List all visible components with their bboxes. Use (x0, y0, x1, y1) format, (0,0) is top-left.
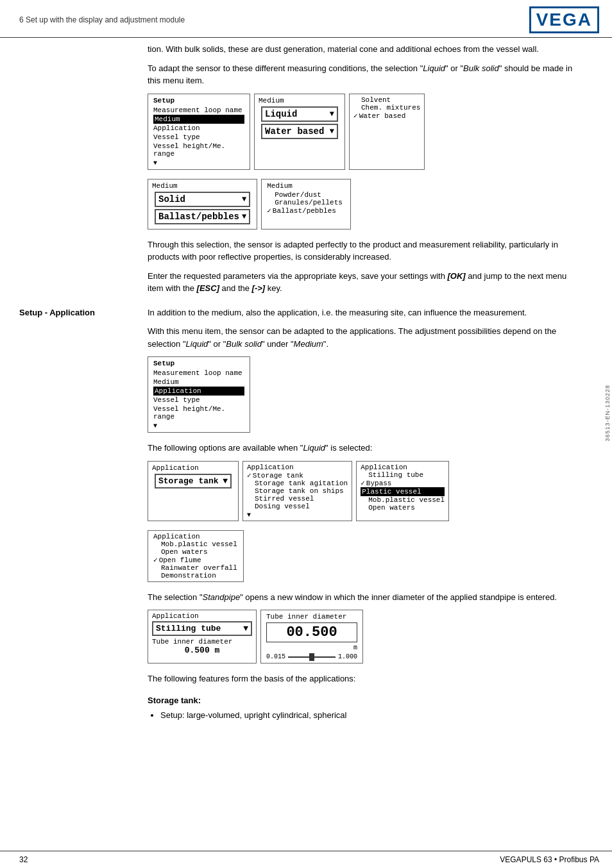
page-number: 32 (19, 855, 28, 864)
standpipe-para: The selection "Standpipe" opens a new wi… (148, 591, 574, 604)
setup-application-label: Setup - Application (19, 306, 141, 317)
storage-tank-heading: Storage tank: (148, 696, 574, 705)
app-item-application: Application (153, 387, 244, 396)
app-list1: Application Storage tank Storage tank ag… (242, 461, 352, 521)
solid-arrow: ▼ (242, 195, 246, 204)
setup-menu-medium: Setup Measurement loop name Medium Appli… (148, 94, 250, 170)
setup-item-measurement: Measurement loop name (153, 106, 244, 115)
tube-slider-row: 0.015 1.000 (266, 653, 357, 660)
powder-item: Powder/dust (267, 191, 345, 199)
app-para1: In addition to the medium, also the appl… (148, 306, 574, 319)
app-dropdown-title1: Application (152, 464, 234, 472)
stilling-diagram: Application Stilling tube ▼ Tube inner d… (148, 610, 574, 664)
stirred-vessel-opt: Stirred vessel (247, 495, 348, 503)
water-based-list: Solvent Chem. mixtures Water based (349, 94, 425, 170)
vega-logo: VEGA (529, 6, 599, 33)
solid-dropdown[interactable]: Solid ▼ (155, 192, 250, 207)
app-list3: Application Mob.plastic vessel Open wate… (148, 530, 244, 582)
app-item-loop: Measurement loop name (153, 369, 244, 378)
liquid-value: Liquid (265, 109, 297, 119)
solid-list: Medium Powder/dust Granules/pellets Ball… (261, 179, 351, 230)
liquid-dropdown[interactable]: Liquid ▼ (261, 106, 338, 122)
granules-item: Granules/pellets (267, 199, 345, 206)
stilling-tube-opt: Stilling tube (361, 471, 445, 479)
solid-value: Solid (158, 194, 185, 204)
plastic-vessel-opt: Plastic vessel (361, 487, 445, 496)
para-selection: Through this selection, the sensor is ad… (148, 238, 574, 263)
tube-unit: m (266, 644, 357, 651)
demonstration-opt: Demonstration (153, 572, 238, 580)
page-header: 6 Set up with the display and adjustment… (0, 0, 612, 38)
slider-line (288, 656, 336, 658)
app-diagrams-row2: Application Mob.plastic vessel Open wate… (148, 530, 574, 582)
tube-diameter-box: Tube inner diameter 00.500 m 0.015 1.000 (260, 610, 363, 664)
intro-para2: To adapt the sensor to these different m… (148, 62, 574, 87)
app-setup-title: Setup (153, 360, 244, 367)
setup-menu-title: Setup (153, 97, 244, 104)
rainwater-opt: Rainwater overfall (153, 564, 238, 572)
app-list1-title: Application (247, 463, 348, 471)
footer-product: VEGAPULS 63 • Profibus PA (500, 855, 599, 864)
setup-application-section: Setup - Application In addition to the m… (19, 306, 574, 722)
storage-ships-opt: Storage tank on ships (247, 487, 348, 495)
app-list2-title: Application (361, 463, 445, 471)
header-title: 6 Set up with the display and adjustment… (19, 15, 185, 24)
stilling-sub-value: 0.500 m (152, 646, 252, 655)
solid-list-title: Medium (267, 182, 345, 190)
app-diagrams-row: Application Storage tank ▼ Application S… (148, 461, 574, 521)
storage-tank-opt: Storage tank (247, 471, 348, 480)
right-section-content: In addition to the medium, also the appl… (148, 306, 574, 722)
tube-min: 0.015 (266, 653, 285, 660)
ballast-dropdown[interactable]: Ballast/pebbles ▼ (155, 209, 250, 224)
left-section-label: Setup - Application (19, 306, 148, 722)
liquid-options-intro: The following options are available when… (148, 442, 574, 455)
features-intro: The following features form the basis of… (148, 672, 574, 685)
ballast-value: Ballast/pebbles (158, 212, 239, 222)
solid-dropdowns: Medium Solid ▼ Ballast/pebbles ▼ (148, 179, 257, 230)
water-based-dropdown[interactable]: Water based ▼ (261, 124, 338, 139)
app-list2: Application Stilling tube Bypass Plastic… (356, 461, 449, 521)
storage-tank-value: Storage tank (158, 476, 219, 486)
page-footer: 32 VEGAPULS 63 • Profibus PA (0, 851, 612, 868)
medium-dropdowns: Medium Liquid ▼ Water based ▼ (254, 94, 345, 170)
chem-item: Chem. mixtures (353, 104, 420, 112)
slider-thumb (309, 653, 314, 661)
liquid-arrow: ▼ (330, 110, 334, 119)
setup-item-vessel-height: Vessel height/Me. range (153, 142, 244, 158)
app-item-vessel-height: Vessel height/Me. range (153, 405, 244, 421)
para-keys: Enter the requested parameters via the a… (148, 270, 574, 295)
water-based-item: Water based (353, 112, 420, 120)
ballast-item: Ballast/pebbles (267, 206, 345, 215)
solid-diagram: Medium Solid ▼ Ballast/pebbles ▼ Medium … (148, 179, 574, 230)
app-item-vessel-type: Vessel type (153, 396, 244, 405)
setup-item-medium: Medium (153, 115, 244, 124)
side-label: 36513-EN-130228 (604, 385, 611, 442)
water-based-value: Water based (265, 126, 324, 137)
mob-plastic2-opt: Mob.plastic vessel (153, 540, 238, 548)
solid-medium-label: Medium (152, 182, 253, 190)
medium-label1: Medium (259, 97, 341, 104)
intro-para1: tion. With bulk solids, these are dust g… (148, 43, 574, 56)
storage-agitation-opt: Storage tank agitation (247, 480, 348, 487)
app-para2: With this menu item, the sensor can be a… (148, 325, 574, 350)
app-setup-menu: Setup Measurement loop name Medium Appli… (148, 356, 250, 433)
stilling-sub-label: Tube inner diameter (152, 638, 252, 646)
storage-tank-bullets: Setup: large-volumed, upright cylindrica… (160, 709, 574, 722)
open-flume-opt: Open flume (153, 556, 238, 564)
app-setup-diagram: Setup Measurement loop name Medium Appli… (148, 356, 574, 433)
bypass-opt: Bypass (361, 479, 445, 487)
stilling-tube-box: Application Stilling tube ▼ Tube inner d… (148, 610, 257, 664)
storage-arrow: ▼ (223, 476, 228, 486)
app-storage-dropdown-group: Application Storage tank ▼ (148, 461, 239, 521)
page-container: 6 Set up with the display and adjustment… (0, 0, 612, 868)
stilling-arrow: ▼ (243, 624, 248, 633)
solvent-item: Solvent (353, 96, 420, 104)
ballast-arrow: ▼ (242, 212, 246, 221)
bullet-item-1: Setup: large-volumed, upright cylindrica… (160, 709, 574, 722)
mob-plastic-opt: Mob.plastic vessel (361, 496, 445, 504)
dosing-vessel-opt: Dosing vessel (247, 503, 348, 510)
storage-tank-heading-text: Storage tank: (148, 696, 201, 705)
tube-max: 1.000 (338, 653, 357, 660)
storage-tank-dropdown[interactable]: Storage tank ▼ (155, 474, 232, 488)
stilling-dropdown[interactable]: Stilling tube ▼ (152, 621, 252, 636)
